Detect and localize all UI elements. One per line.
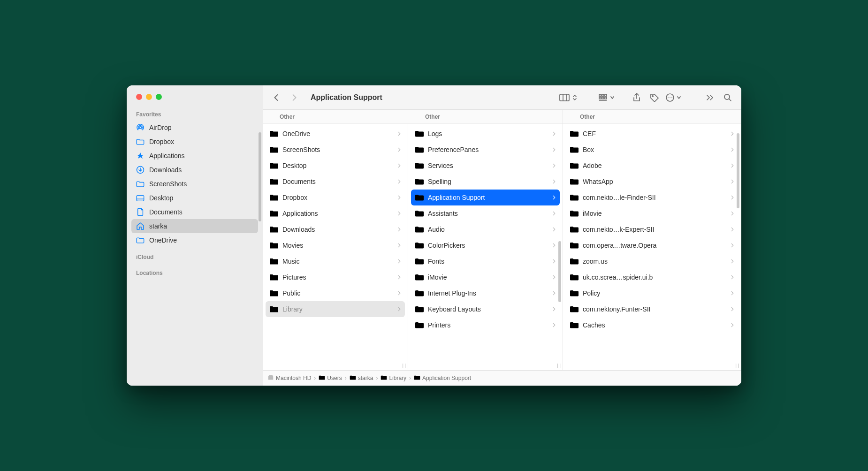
path-crumb[interactable]: Macintosh HD	[267, 374, 311, 382]
search-button[interactable]	[721, 91, 735, 105]
folder-row[interactable]: Applications	[266, 205, 405, 221]
folder-row[interactable]: Keyboard Layouts	[411, 301, 560, 317]
folder-row[interactable]: Logs	[411, 126, 560, 142]
chevron-right-icon	[552, 273, 556, 281]
folder-row[interactable]: Spelling	[411, 174, 560, 190]
folder-row[interactable]: WhatsApp	[566, 174, 738, 190]
folder-row[interactable]: Adobe	[566, 158, 738, 174]
folder-icon	[136, 137, 145, 146]
sidebar-scrollbar[interactable]	[259, 132, 261, 221]
folder-row[interactable]: Assistants	[411, 205, 560, 221]
column-3-scrollbar[interactable]	[737, 133, 739, 208]
sidebar-item-dropbox[interactable]: Dropbox	[131, 135, 258, 149]
folder-row[interactable]: Printers	[411, 317, 560, 333]
folder-name: Documents	[282, 178, 394, 185]
folder-row[interactable]: com.opera…tware.Opera	[566, 237, 738, 253]
sidebar-item-downloads[interactable]: Downloads	[131, 163, 258, 177]
chevron-right-icon	[552, 162, 556, 169]
svg-point-13	[670, 97, 670, 98]
column-3-resize-handle[interactable]: ||	[735, 363, 740, 368]
sidebar-item-starka[interactable]: starka	[131, 219, 258, 233]
chevron-right-icon	[731, 273, 734, 281]
sidebar-item-label: Documents	[149, 208, 183, 216]
group-by-button[interactable]	[599, 91, 615, 105]
close-window-button[interactable]	[136, 94, 142, 100]
chevron-right-icon	[731, 178, 734, 185]
folder-icon	[415, 130, 424, 137]
folder-row[interactable]: Policy	[566, 285, 738, 301]
folder-row[interactable]: Dropbox	[266, 190, 405, 205]
folder-icon	[269, 210, 279, 217]
sidebar-item-onedrive[interactable]: OneDrive	[131, 233, 258, 247]
folder-icon	[415, 194, 424, 201]
path-crumb[interactable]: starka	[350, 374, 373, 382]
action-menu-button[interactable]	[665, 91, 681, 105]
folder-icon	[350, 374, 356, 382]
forward-button[interactable]	[287, 91, 301, 105]
path-crumb[interactable]: Users	[319, 374, 342, 382]
back-button[interactable]	[269, 91, 283, 105]
folder-icon	[415, 162, 424, 169]
folder-row[interactable]: Desktop	[266, 158, 405, 174]
traffic-lights	[127, 85, 263, 105]
tags-button[interactable]	[647, 91, 662, 105]
folder-row[interactable]: Public	[266, 285, 405, 301]
folder-row[interactable]: Library	[266, 301, 405, 317]
folder-row[interactable]: iMovie	[566, 205, 738, 221]
share-button[interactable]	[630, 91, 644, 105]
folder-row[interactable]: Box	[566, 142, 738, 158]
folder-row[interactable]: Internet Plug-Ins	[411, 285, 560, 301]
sidebar-item-label: Dropbox	[149, 138, 174, 145]
svg-rect-9	[605, 97, 607, 99]
path-separator: ›	[409, 375, 411, 381]
doc-icon	[136, 208, 145, 216]
folder-icon	[269, 194, 279, 201]
folder-name: PreferencePanes	[428, 146, 548, 153]
folder-row[interactable]: uk.co.screa…spider.ui.b	[566, 269, 738, 285]
toolbar-overflow-button[interactable]	[703, 91, 717, 105]
view-columns-button[interactable]	[559, 91, 577, 105]
folder-row[interactable]: Pictures	[266, 269, 405, 285]
chevron-right-icon	[731, 305, 734, 313]
chevron-right-icon	[552, 194, 556, 201]
path-crumb[interactable]: Library	[381, 374, 406, 382]
folder-row[interactable]: Movies	[266, 237, 405, 253]
folder-row[interactable]: PreferencePanes	[411, 142, 560, 158]
folder-icon	[570, 242, 579, 249]
sidebar-item-applications[interactable]: Applications	[131, 149, 258, 163]
folder-row[interactable]: Application Support	[411, 190, 560, 205]
folder-row[interactable]: iMovie	[411, 269, 560, 285]
column-2-scrollbar[interactable]	[558, 241, 561, 302]
folder-row[interactable]: com.nekto…le-Finder-SII	[566, 190, 738, 205]
folder-row[interactable]: ScreenShots	[266, 142, 405, 158]
folder-row[interactable]: Fonts	[411, 253, 560, 269]
folder-row[interactable]: zoom.us	[566, 253, 738, 269]
folder-row[interactable]: Services	[411, 158, 560, 174]
minimize-window-button[interactable]	[146, 94, 152, 100]
folder-row[interactable]: com.nektony.Funter-SII	[566, 301, 738, 317]
folder-row[interactable]: Caches	[566, 317, 738, 333]
folder-icon	[570, 258, 579, 265]
folder-name: Application Support	[428, 194, 548, 201]
sidebar-item-desktop[interactable]: Desktop	[131, 191, 258, 205]
sidebar-item-screenshots[interactable]: ScreenShots	[131, 177, 258, 191]
column-1-resize-handle[interactable]: ||	[402, 363, 407, 368]
column-2-resize-handle[interactable]: ||	[557, 363, 562, 368]
sidebar-item-documents[interactable]: Documents	[131, 205, 258, 219]
folder-row[interactable]: OneDrive	[266, 126, 405, 142]
toolbar: Application Support	[263, 85, 741, 110]
folder-row[interactable]: Music	[266, 253, 405, 269]
chevron-right-icon	[397, 146, 401, 153]
folder-row[interactable]: ColorPickers	[411, 237, 560, 253]
folder-row[interactable]: com.nekto…k-Expert-SII	[566, 221, 738, 237]
column-1-header: Other	[263, 110, 408, 124]
folder-row[interactable]: CEF	[566, 126, 738, 142]
folder-row[interactable]: Audio	[411, 221, 560, 237]
folder-name: Desktop	[282, 162, 394, 169]
zoom-window-button[interactable]	[156, 94, 162, 100]
folder-row[interactable]: Downloads	[266, 221, 405, 237]
sidebar-item-airdrop[interactable]: AirDrop	[131, 121, 258, 135]
path-crumb[interactable]: Application Support	[414, 374, 471, 382]
folder-name: Pictures	[282, 273, 394, 281]
folder-row[interactable]: Documents	[266, 174, 405, 190]
